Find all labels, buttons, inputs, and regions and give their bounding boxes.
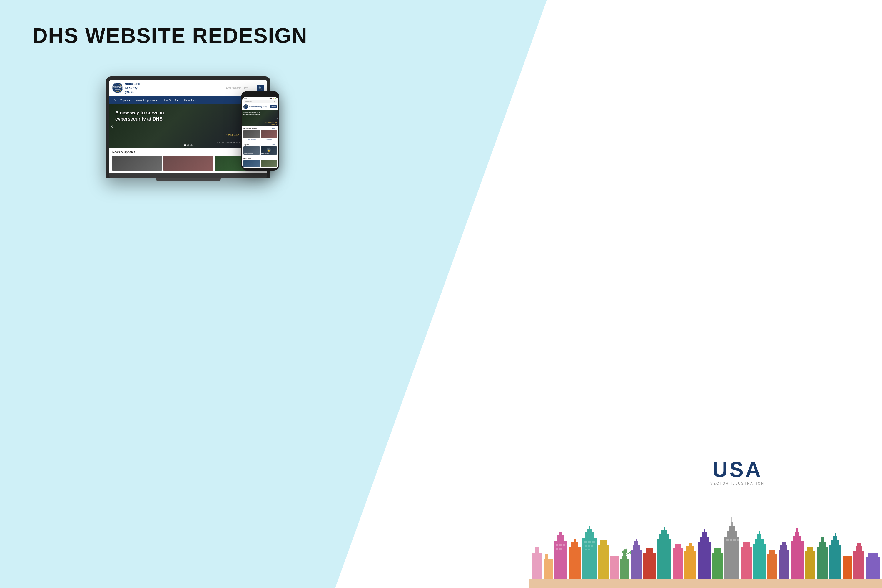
- svg-rect-104: [591, 545, 593, 547]
- svg-rect-70: [733, 540, 736, 541]
- svg-rect-56: [688, 543, 692, 546]
- svg-rect-19: [563, 544, 565, 546]
- phone-badge-line1: CYBERSECURITY: [266, 122, 277, 123]
- phone-howdoi-section: How Do I ?: [242, 156, 278, 168]
- nav-home-icon[interactable]: ⌂: [112, 96, 117, 104]
- page-title: DHS WEBSITE REDESIGN: [32, 24, 308, 48]
- dhs-logo-area: DEPARTMENT OF HOMELAND SECURITY Homeland…: [112, 82, 140, 94]
- phone-mockup: 9:41 ●●● 📶 🔋 e.dhs.gov ⋮: [241, 91, 279, 171]
- svg-rect-83: [790, 541, 804, 579]
- phone-news-card-2[interactable]: [261, 130, 277, 138]
- svg-rect-33: [600, 540, 606, 545]
- search-button[interactable]: 🔍: [256, 85, 264, 91]
- svg-rect-18: [559, 544, 561, 546]
- phone-dhs-header: Homeland Security (DHS) ≡ Menu: [242, 104, 278, 110]
- hero-prev-arrow[interactable]: ‹: [111, 123, 113, 129]
- hero-dot-3[interactable]: [190, 144, 193, 146]
- svg-text:🔒: 🔒: [267, 149, 270, 152]
- svg-rect-71: [737, 540, 738, 541]
- svg-rect-53: [675, 544, 681, 548]
- svg-rect-23: [571, 542, 578, 547]
- svg-rect-43: [633, 545, 640, 550]
- svg-rect-88: [807, 547, 813, 551]
- search-input[interactable]: Enter Search Term: [224, 86, 256, 90]
- svg-rect-26: [585, 532, 594, 538]
- svg-rect-11: [535, 547, 540, 553]
- phone-news-more[interactable]: More →: [272, 127, 277, 129]
- svg-rect-85: [795, 531, 800, 536]
- phone-topic-label-2: Cybersecurity: [261, 153, 269, 154]
- nav-how-do-i[interactable]: How Do I ? ▾: [160, 96, 181, 104]
- news-card-1[interactable]: [112, 156, 162, 171]
- svg-rect-9: [529, 579, 882, 588]
- svg-rect-74: [753, 544, 766, 579]
- phone-seal-icon: [243, 104, 248, 109]
- news-title: News & Updates:: [112, 150, 136, 154]
- svg-rect-101: [868, 553, 878, 557]
- phone-topic-cybersecurity[interactable]: 🔒 Cybersecurity: [261, 146, 277, 154]
- phone-news-card-1[interactable]: [243, 130, 260, 138]
- svg-rect-67: [732, 518, 732, 522]
- svg-rect-61: [712, 553, 723, 579]
- svg-rect-45: [636, 538, 637, 541]
- svg-rect-62: [714, 548, 721, 553]
- phone-menu-button[interactable]: ≡ Menu: [270, 105, 277, 108]
- svg-rect-79: [769, 550, 775, 554]
- hero-dot-1[interactable]: [184, 144, 186, 146]
- nav-news-updates[interactable]: News & Updates ▾: [133, 96, 160, 104]
- svg-rect-46: [643, 553, 656, 579]
- svg-marker-39: [623, 548, 627, 551]
- svg-rect-31: [592, 541, 595, 543]
- phone-time: 9:41: [244, 98, 247, 99]
- phone-hero-arrow[interactable]: ›: [277, 117, 278, 120]
- svg-rect-21: [559, 548, 561, 550]
- svg-rect-82: [782, 542, 786, 545]
- svg-rect-34: [610, 556, 619, 579]
- svg-rect-93: [831, 540, 839, 545]
- laptop-foot: [156, 178, 220, 182]
- svg-rect-90: [819, 542, 826, 547]
- phone-topic-border-security[interactable]: Border Security: [243, 146, 260, 154]
- phone-howdoi-card-2[interactable]: [261, 160, 277, 167]
- svg-rect-38: [622, 551, 627, 553]
- svg-rect-47: [646, 548, 653, 553]
- svg-rect-37: [623, 552, 626, 558]
- news-card-2[interactable]: [164, 156, 213, 171]
- phone-topics-more[interactable]: More →: [272, 144, 277, 146]
- svg-rect-16: [560, 531, 562, 535]
- phone-url-text: e.dhs.gov: [245, 100, 252, 102]
- phone-url-bar[interactable]: e.dhs.gov ⋮: [243, 100, 277, 103]
- svg-rect-96: [843, 556, 852, 579]
- phone-howdoi-grid: [243, 160, 277, 167]
- hero-dot-2[interactable]: [187, 144, 189, 146]
- phone-body: 9:41 ●●● 📶 🔋 e.dhs.gov ⋮: [241, 91, 279, 171]
- phone-news-label-2: Speeches: [261, 139, 277, 141]
- svg-rect-77: [759, 531, 760, 534]
- laptop-base: [110, 173, 267, 178]
- svg-rect-94: [833, 536, 837, 540]
- svg-rect-76: [758, 534, 762, 538]
- dhs-search-bar[interactable]: Enter Search Term 🔍: [224, 85, 264, 91]
- svg-rect-84: [793, 536, 801, 541]
- svg-rect-99: [857, 543, 861, 546]
- svg-rect-59: [702, 532, 707, 537]
- svg-rect-51: [663, 527, 665, 530]
- svg-rect-25: [582, 538, 597, 579]
- svg-rect-28: [589, 526, 590, 529]
- svg-rect-75: [755, 538, 764, 544]
- phone-hero-badge: CYBERSECURITY SERVICE: [266, 122, 277, 125]
- svg-rect-87: [805, 551, 815, 579]
- nav-topics[interactable]: Topics ▾: [118, 96, 133, 104]
- svg-rect-65: [729, 526, 735, 531]
- phone-share-icon: ⋮: [274, 100, 275, 102]
- svg-rect-42: [631, 550, 642, 579]
- nav-about-us[interactable]: About Us ▾: [181, 96, 199, 104]
- phone-howdoi-card-1[interactable]: [243, 160, 260, 167]
- hero-dots: [184, 144, 193, 146]
- svg-rect-35: [620, 559, 628, 579]
- hero-headline: A new way to serve in cybersecurity at D…: [115, 110, 192, 122]
- svg-rect-50: [662, 530, 667, 534]
- svg-rect-98: [855, 546, 862, 551]
- svg-rect-14: [554, 541, 567, 579]
- svg-rect-29: [584, 541, 587, 543]
